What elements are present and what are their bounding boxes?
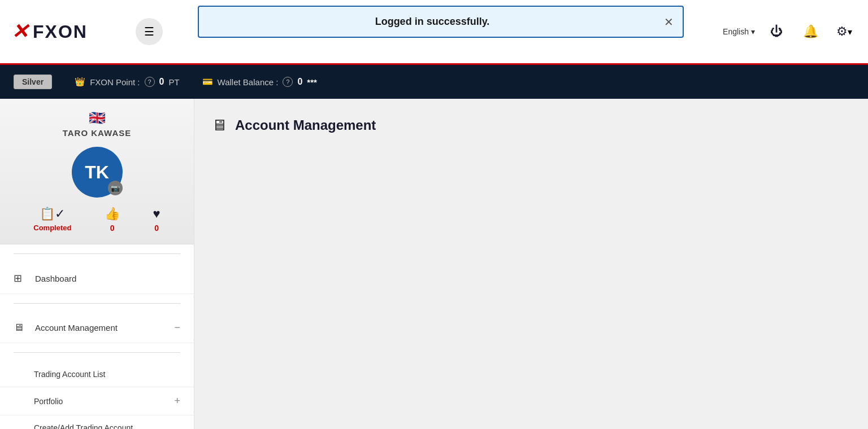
thumbs-up-icon: 👍 — [105, 207, 120, 221]
user-flag-icon: 🇬🇧 — [11, 110, 183, 126]
main-layout: 🇬🇧 TARO KAWASE TK 📷 📋✓ Completed 👍 0 ♥ — [0, 99, 868, 429]
top-right-controls: English ▾ ⏻ 🔔 ⚙ ▾ — [723, 19, 857, 44]
verified-icon: 📋✓ — [33, 207, 71, 221]
power-icon: ⏻ — [770, 24, 783, 39]
trading-account-list-label: Trading Account List — [34, 370, 180, 379]
sidebar-item-account-management[interactable]: 🖥 Account Management − — [0, 313, 194, 343]
settings-chevron: ▾ — [848, 27, 852, 37]
heart-icon: ♥ — [153, 207, 160, 221]
wallet-balance-label: Wallet Balance : — [218, 77, 279, 87]
wallet-balance-hidden: *** — [307, 77, 317, 87]
favorites-count: 0 — [153, 224, 160, 233]
verified-stat[interactable]: 📋✓ Completed — [33, 207, 71, 233]
bell-icon: 🔔 — [803, 24, 818, 39]
fxon-point-unit: PT — [168, 77, 179, 87]
settings-button[interactable]: ⚙ ▾ — [832, 19, 857, 44]
likes-count: 0 — [105, 224, 120, 233]
dashboard-icon: ⊞ — [14, 272, 27, 284]
page-header: 🖥 Account Management — [211, 116, 851, 134]
notifications-button[interactable]: 🔔 — [798, 19, 823, 44]
monitor-nav-icon: 🖥 — [14, 322, 27, 334]
wallet-icon: 💳 — [202, 77, 213, 87]
hamburger-icon: ☰ — [144, 25, 154, 38]
account-management-label: Account Management — [35, 323, 166, 332]
crown-icon: 👑 — [75, 77, 85, 87]
nav-divider-1 — [14, 253, 180, 254]
expand-portfolio-icon: + — [174, 395, 180, 407]
wallet-balance-section: 💳 Wallet Balance : ? 0 *** — [202, 77, 317, 87]
favorites-stat[interactable]: ♥ 0 — [153, 207, 160, 233]
wallet-balance-help-icon[interactable]: ? — [283, 77, 293, 87]
stats-row: 📋✓ Completed 👍 0 ♥ 0 — [11, 207, 183, 233]
likes-stat[interactable]: 👍 0 — [105, 207, 120, 233]
close-notification-button[interactable]: ✕ — [664, 15, 674, 29]
sidebar-item-dashboard[interactable]: ⊞ Dashboard — [0, 263, 194, 294]
nav-divider-3 — [14, 352, 180, 353]
page-monitor-icon: 🖥 — [211, 116, 227, 134]
sidebar-item-trading-account-list[interactable]: Trading Account List — [0, 362, 194, 387]
power-button[interactable]: ⏻ — [764, 19, 789, 44]
logo: ✕ FXON — [11, 20, 124, 43]
logo-x-icon: ✕ — [11, 20, 28, 43]
camera-icon[interactable]: 📷 — [108, 181, 123, 195]
portfolio-label: Portfolio — [34, 397, 166, 406]
tier-badge: Silver — [14, 75, 52, 89]
language-label: English — [723, 27, 749, 36]
collapse-icon: − — [174, 322, 180, 334]
top-bar: ✕ FXON ☰ Logged in successfully. ✕ Engli… — [0, 0, 868, 65]
nav-divider-2 — [14, 303, 180, 304]
main-content: 🖥 Account Management — [194, 99, 868, 429]
user-name: TARO KAWASE — [11, 128, 183, 138]
user-profile: 🇬🇧 TARO KAWASE TK 📷 📋✓ Completed 👍 0 ♥ — [0, 99, 194, 244]
fxon-point-label: FXON Point : — [90, 77, 140, 87]
language-selector[interactable]: English ▾ — [723, 27, 755, 36]
gear-icon: ⚙ — [836, 24, 848, 39]
dashboard-label: Dashboard — [35, 274, 180, 283]
create-trading-account-label: Create/Add Trading Account — [34, 423, 180, 429]
logo-text: FXON — [33, 21, 88, 42]
sidebar-item-portfolio[interactable]: Portfolio + — [0, 387, 194, 415]
fxon-point-section: 👑 FXON Point : ? 0 PT — [75, 77, 179, 87]
sidebar-item-create-trading-account[interactable]: Create/Add Trading Account — [0, 415, 194, 429]
avatar-container: TK 📷 — [72, 147, 123, 198]
wallet-balance-value: 0 — [297, 77, 302, 87]
page-title: Account Management — [235, 117, 376, 133]
fxon-point-value: 0 — [159, 77, 164, 87]
verified-label: Completed — [33, 224, 71, 232]
notification-banner: Logged in successfully. ✕ — [198, 6, 684, 38]
hamburger-menu-button[interactable]: ☰ — [136, 18, 163, 45]
sidebar: 🇬🇧 TARO KAWASE TK 📷 📋✓ Completed 👍 0 ♥ — [0, 99, 194, 429]
fxon-point-help-icon[interactable]: ? — [145, 77, 155, 87]
notification-message: Logged in successfully. — [375, 16, 490, 28]
chevron-down-icon: ▾ — [751, 27, 755, 36]
status-bar: Silver 👑 FXON Point : ? 0 PT 💳 Wallet Ba… — [0, 65, 868, 99]
